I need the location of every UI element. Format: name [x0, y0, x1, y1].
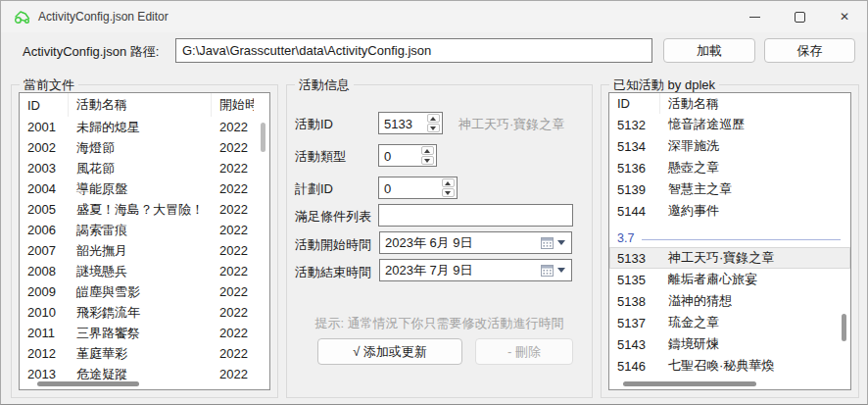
column-header-id[interactable]: ID: [609, 93, 660, 114]
cell: 邀約事件: [660, 202, 850, 220]
arrow-down-icon: [424, 159, 430, 163]
cell: 2022: [212, 264, 254, 278]
activity-id-value[interactable]: 5133: [379, 113, 425, 133]
cell: 2022: [212, 367, 254, 381]
known-activity-row[interactable]: 5132憶音諸途巡歷: [609, 114, 850, 135]
cell: 2022: [212, 140, 254, 155]
known-activities-group: 已知活動 by dplek ID 活動名稱 5132憶音諸途巡歷5134深罪施洗…: [601, 84, 859, 398]
activity-row[interactable]: 2005盛夏！海島？大冒險！2022: [20, 199, 269, 220]
column-header-id[interactable]: ID: [20, 93, 69, 117]
known-activity-row[interactable]: 5133神工天巧·寶錄之章: [609, 247, 850, 269]
minimize-button[interactable]: [732, 1, 777, 32]
activity-row[interactable]: 2007韶光撫月2022: [20, 240, 269, 261]
activity-row[interactable]: 2003風花節2022: [20, 158, 269, 178]
cell: 琉金之章: [660, 314, 850, 331]
cell: 2022: [212, 120, 254, 134]
list-rows: 5132憶音諸途巡歷5134深罪施洗5136懸壺之章5139智慧主之章5144邀…: [609, 114, 850, 389]
known-activities-list: ID 活動名稱 5132憶音諸途巡歷5134深罪施洗5136懸壺之章5139智慧…: [608, 92, 851, 390]
activity-row[interactable]: 2010飛彩鐫流年2022: [20, 302, 269, 323]
schedule-id-stepper[interactable]: 0: [378, 177, 458, 199]
activity-row[interactable]: 2011三界路饗祭2022: [20, 323, 269, 343]
known-activity-row[interactable]: 5143鑄境研煉: [609, 333, 850, 355]
close-button[interactable]: ✕: [822, 1, 867, 32]
start-time-label: 活動開始時間: [295, 236, 371, 254]
activity-type-stepper[interactable]: 0: [378, 144, 437, 167]
end-time-picker[interactable]: 2023年 7月 9日: [379, 259, 572, 281]
activity-type-label: 活動類型: [295, 148, 346, 166]
step-up-button[interactable]: [442, 178, 455, 187]
known-activity-row[interactable]: 5134深罪施洗: [609, 135, 850, 157]
activity-id-label: 活動ID: [295, 116, 333, 133]
activity-row[interactable]: 2009皚塵與雪影2022: [20, 281, 269, 302]
end-time-value: 2023年 7月 9日: [380, 262, 541, 279]
activity-row[interactable]: 2002海燈節2022: [20, 137, 269, 158]
cell: 未歸的熄星: [69, 119, 212, 136]
cell: 2002: [20, 140, 69, 155]
cell: 懸壺之章: [660, 159, 850, 177]
activity-type-value[interactable]: 0: [379, 145, 419, 166]
delete-button[interactable]: - 刪除: [475, 338, 573, 365]
known-activity-row[interactable]: 5135離垢者肅心旅宴: [609, 269, 850, 290]
current-file-group: 當前文件 ID 活動名稱 開始時間 2001未歸的熄星20222002海燈節20…: [11, 84, 278, 398]
start-time-value: 2023年 6月 9日: [380, 234, 541, 252]
known-activity-row[interactable]: 5137琉金之章: [609, 312, 850, 333]
step-up-button[interactable]: [427, 114, 440, 123]
step-down-button[interactable]: [442, 188, 455, 197]
activity-row[interactable]: 2008謎境懸兵2022: [20, 261, 269, 281]
cell: 2022: [212, 346, 254, 361]
known-activity-row[interactable]: 5139智慧主之章: [609, 178, 850, 200]
path-input[interactable]: [175, 38, 652, 63]
cell: 謎境懸兵: [69, 263, 212, 280]
cell: 2022: [212, 161, 254, 176]
horizontal-scrollbar[interactable]: [623, 381, 756, 386]
column-header-name[interactable]: 活動名稱: [660, 93, 850, 114]
cell: 深罪施洗: [660, 137, 850, 155]
activity-row[interactable]: 2006謁索雷痕2022: [20, 220, 269, 240]
start-time-picker[interactable]: 2023年 6月 9日: [379, 231, 572, 254]
vertical-scrollbar[interactable]: [261, 123, 265, 152]
cell: 憶音諸途巡歷: [660, 116, 850, 133]
arrow-up-icon: [445, 181, 451, 185]
save-button[interactable]: 保存: [764, 38, 855, 63]
dropdown-arrow-icon[interactable]: [557, 240, 565, 245]
end-time-label: 活動結束時間: [295, 264, 371, 281]
list-header: ID 活動名稱 開始時間: [20, 93, 269, 117]
step-up-button[interactable]: [421, 146, 434, 155]
activity-id-stepper[interactable]: 5133: [378, 112, 443, 134]
cell: 鑄境研煉: [660, 335, 850, 353]
cell: 2022: [212, 243, 254, 258]
cell: 溢神的猜想: [660, 292, 850, 310]
path-label: ActivityConfig.json 路徑:: [23, 43, 159, 61]
column-header-name[interactable]: 活動名稱: [69, 93, 212, 117]
dropdown-arrow-icon[interactable]: [557, 268, 565, 273]
step-down-button[interactable]: [427, 124, 440, 132]
cell: 2012: [20, 346, 69, 361]
cell: 危途疑蹤: [69, 366, 212, 383]
add-or-update-button[interactable]: √ 添加或更新: [317, 338, 462, 365]
cell: 5134: [609, 139, 660, 154]
known-activity-row[interactable]: 5136懸壺之章: [609, 157, 850, 178]
grasscutter-icon: [14, 9, 31, 25]
activity-row[interactable]: 2004導能原盤2022: [20, 178, 269, 199]
activity-row[interactable]: 2001未歸的熄星2022: [20, 117, 269, 137]
arrow-up-icon: [430, 117, 436, 121]
known-activity-row[interactable]: 5138溢神的猜想: [609, 290, 850, 312]
cell: 海燈節: [69, 139, 212, 157]
load-button[interactable]: 加載: [663, 38, 755, 63]
cell: 2008: [20, 264, 69, 278]
activity-row[interactable]: 2012堇庭華彩2022: [20, 343, 269, 364]
cell: 2010: [20, 305, 69, 320]
maximize-button[interactable]: [777, 1, 822, 32]
activity-name-note: 神工天巧·寶錄之章: [458, 116, 564, 133]
step-down-button[interactable]: [421, 156, 434, 165]
known-activity-row[interactable]: 5144邀約事件: [609, 200, 850, 222]
schedule-id-value[interactable]: 0: [379, 177, 440, 198]
cell: 風花節: [69, 160, 212, 177]
condition-list-input[interactable]: [378, 204, 573, 227]
known-activity-row[interactable]: 5146七聖召喚·秘典華煥: [609, 355, 850, 377]
column-header-start[interactable]: 開始時間: [212, 93, 254, 117]
cell: 2022: [212, 284, 254, 299]
vertical-scrollbar[interactable]: [842, 314, 846, 341]
horizontal-scrollbar[interactable]: [37, 381, 139, 386]
version-group-header: 3.7: [609, 229, 850, 247]
